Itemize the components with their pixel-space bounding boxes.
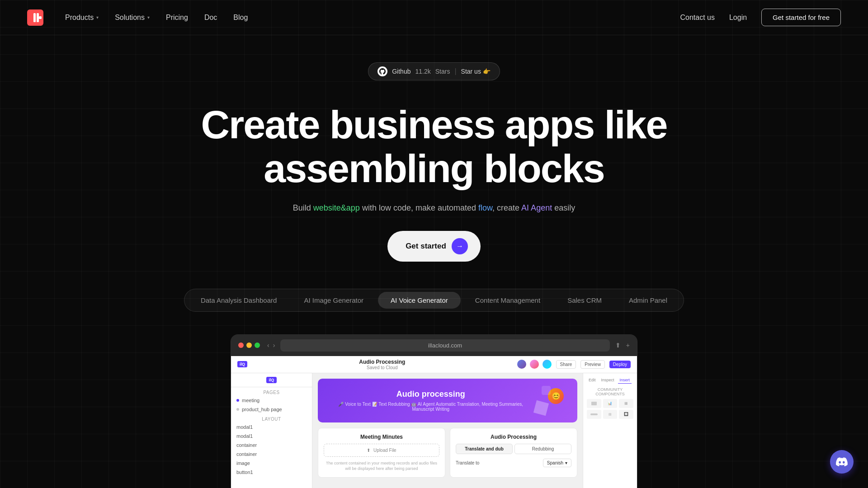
component-6[interactable]: 🔲 bbox=[619, 410, 633, 419]
github-badge[interactable]: Github 11.2k Stars | Star us 👉 bbox=[368, 62, 500, 80]
svg-rect-4 bbox=[39, 16, 42, 19]
app-sidebar-header: ilQ bbox=[231, 373, 312, 387]
get-started-nav-button[interactable]: Get started for free bbox=[761, 9, 841, 26]
component-5[interactable]: ▤ bbox=[603, 410, 618, 419]
sidebar-modal2[interactable]: modal1 bbox=[231, 432, 312, 441]
logo-icon bbox=[27, 9, 43, 26]
url-bar[interactable]: illacloud.com bbox=[280, 339, 609, 352]
tab-content-management[interactable]: Content Management bbox=[462, 292, 553, 309]
logo[interactable] bbox=[27, 9, 43, 26]
panel-tab-insert[interactable]: Insert bbox=[618, 377, 632, 384]
subtitle-agent-link[interactable]: AI Agent bbox=[521, 203, 552, 212]
tab-data-analysis[interactable]: Data Analysis Dashboard bbox=[188, 292, 289, 309]
share-icon[interactable]: ⬆ bbox=[615, 342, 621, 349]
component-3[interactable]: ▦ bbox=[619, 399, 633, 408]
nav-left: Products ▾ Solutions ▾ Pricing Doc Blog bbox=[27, 9, 248, 26]
pages-section-label: PAGES bbox=[231, 387, 312, 396]
browser-actions: ⬆ + bbox=[615, 342, 630, 349]
sidebar-page-product[interactable]: product_hub page bbox=[231, 405, 312, 414]
app-window: ‹ › illacloud.com ⬆ + ilQ Audio Processi… bbox=[231, 334, 637, 488]
component-1[interactable] bbox=[587, 399, 601, 408]
app-main: Audio processing 🎤 Voice to Text 📝 Text … bbox=[312, 373, 583, 488]
share-button[interactable]: Share bbox=[556, 360, 576, 369]
new-tab-icon[interactable]: + bbox=[626, 342, 630, 349]
avatar-2 bbox=[530, 360, 539, 369]
discord-fab-button[interactable] bbox=[830, 450, 854, 474]
get-started-hero-button[interactable]: Get started → bbox=[387, 231, 481, 262]
svg-rect-1 bbox=[29, 19, 32, 22]
products-chevron-icon: ▾ bbox=[96, 15, 99, 20]
audio-processing-banner: Audio processing 🎤 Voice to Text 📝 Text … bbox=[318, 379, 577, 422]
panel-tab-edit[interactable]: Edit bbox=[587, 377, 598, 384]
upload-icon: ⬆ bbox=[367, 448, 370, 453]
app-subtitle-text: Saved to Cloud bbox=[252, 365, 513, 370]
tab-ai-image[interactable]: AI Image Generator bbox=[291, 292, 376, 309]
upload-file-button[interactable]: ⬆ Upload File bbox=[324, 444, 439, 457]
maximize-dot[interactable] bbox=[255, 343, 260, 348]
svg-rect-2 bbox=[33, 13, 36, 22]
audio-processing-card: Audio Processing Translate and dub Redub… bbox=[450, 428, 577, 478]
component-2[interactable]: 📊 bbox=[603, 399, 618, 408]
sidebar-logo: ilQ bbox=[266, 377, 276, 383]
contact-us-link[interactable]: Contact us bbox=[680, 14, 714, 22]
page-dot-icon bbox=[236, 399, 239, 402]
sidebar-page-meeting[interactable]: meeting bbox=[231, 396, 312, 405]
nav-solutions[interactable]: Solutions ▾ bbox=[115, 14, 150, 22]
nav-blog[interactable]: Blog bbox=[233, 14, 248, 22]
minimize-dot[interactable] bbox=[246, 343, 252, 348]
close-dot[interactable] bbox=[238, 343, 244, 348]
subtitle-website-link[interactable]: website&app bbox=[313, 203, 360, 212]
banner-subtitle: 🎤 Voice to Text 📝 Text Redubbing 🤖 AI Ag… bbox=[327, 402, 535, 412]
sidebar-container1[interactable]: container bbox=[231, 441, 312, 450]
github-label: Github bbox=[392, 68, 410, 75]
hero-section: Github 11.2k Stars | Star us 👉 Create bu… bbox=[0, 35, 868, 488]
github-icon bbox=[377, 66, 387, 76]
app-window-wrapper: ‹ › illacloud.com ⬆ + ilQ Audio Processi… bbox=[231, 334, 637, 488]
solutions-chevron-icon: ▾ bbox=[147, 15, 150, 20]
inner-app-body: ilQ PAGES meeting product_hub page LAYOU… bbox=[231, 373, 637, 488]
preview-button[interactable]: Preview bbox=[580, 360, 605, 369]
translate-to-field: Translate to Spanish ▾ bbox=[456, 459, 571, 467]
tab-admin-panel[interactable]: Admin Panel bbox=[616, 292, 680, 309]
browser-nav: ‹ › bbox=[267, 342, 275, 349]
language-select[interactable]: Spanish ▾ bbox=[543, 459, 571, 467]
nav-products[interactable]: Products ▾ bbox=[65, 14, 99, 22]
app-right-panel: Edit Inspect Insert Community Components… bbox=[583, 373, 637, 488]
sidebar-container2[interactable]: container bbox=[231, 450, 312, 459]
component-4[interactable] bbox=[587, 410, 601, 419]
component-6-icon: 🔲 bbox=[624, 412, 628, 416]
arrow-circle-icon: → bbox=[452, 238, 468, 254]
sidebar-button1[interactable]: button1 bbox=[231, 468, 312, 477]
sidebar-image[interactable]: image bbox=[231, 459, 312, 468]
select-chevron-icon: ▾ bbox=[565, 460, 567, 465]
login-button[interactable]: Login bbox=[729, 14, 747, 22]
panel-tab-inspect[interactable]: Inspect bbox=[599, 377, 616, 384]
panel-section-title: Community Components bbox=[587, 387, 633, 396]
github-stars: 11.2k bbox=[415, 68, 430, 75]
translate-dub-tab[interactable]: Translate and dub bbox=[456, 444, 513, 454]
hero-subtitle: Build website&app with low code, make au… bbox=[293, 203, 575, 213]
nav-doc[interactable]: Doc bbox=[204, 14, 217, 22]
component-chart-icon: 📊 bbox=[608, 401, 612, 405]
nav-right: Contact us Login Get started for free bbox=[680, 9, 841, 26]
banner-title: Audio processing bbox=[327, 389, 535, 399]
topbar-icons bbox=[517, 360, 552, 369]
sidebar-modal1[interactable]: modal1 bbox=[231, 422, 312, 432]
redubbing-tab[interactable]: Redubbing bbox=[514, 444, 571, 454]
component-bar-2-icon bbox=[590, 413, 598, 415]
audio-tab-row: Translate and dub Redubbing bbox=[456, 444, 571, 454]
avatar-1 bbox=[517, 360, 526, 369]
nav-pricing[interactable]: Pricing bbox=[166, 14, 188, 22]
component-5-icon: ▤ bbox=[609, 413, 612, 416]
banner-left: Audio processing 🎤 Voice to Text 📝 Text … bbox=[327, 389, 535, 412]
browser-chrome: ‹ › illacloud.com ⬆ + bbox=[231, 335, 637, 356]
window-dots bbox=[238, 343, 260, 348]
tab-sales-crm[interactable]: Sales CRM bbox=[555, 292, 614, 309]
forward-icon[interactable]: › bbox=[273, 342, 275, 349]
hero-title: Create business apps like assembling blo… bbox=[201, 103, 667, 191]
subtitle-flow-link[interactable]: flow bbox=[478, 203, 492, 212]
meeting-card-title: Meeting Minutes bbox=[324, 434, 439, 440]
back-icon[interactable]: ‹ bbox=[267, 342, 269, 349]
deploy-button[interactable]: Deploy bbox=[609, 361, 631, 368]
tab-ai-voice[interactable]: AI Voice Generator bbox=[378, 292, 461, 309]
